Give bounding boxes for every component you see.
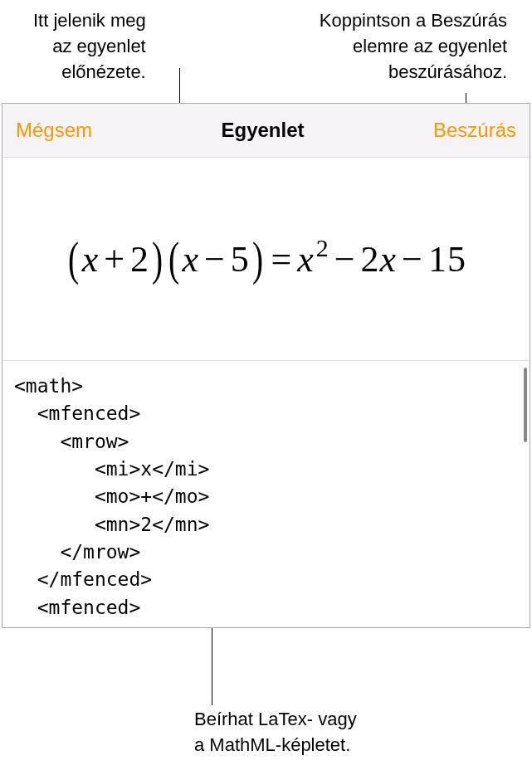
callout-code: Beírhat LaTex- vagy a MathML-képletet. xyxy=(194,707,357,758)
equation-preview: (x+2)(x−5)=x2−2x−15 xyxy=(2,157,530,361)
eq-num: 15 xyxy=(428,239,466,280)
insert-button[interactable]: Beszúrás xyxy=(433,119,516,142)
eq-num: 2 xyxy=(361,239,380,280)
eq-minus: − xyxy=(402,239,423,280)
equation-rendered: (x+2)(x−5)=x2−2x−15 xyxy=(66,239,466,280)
callout-preview: Itt jelenik meg az egyenlet előnézete. xyxy=(33,8,146,85)
eq-right-paren: ) xyxy=(152,232,164,285)
eq-right-paren: ) xyxy=(252,232,264,285)
eq-var: x xyxy=(380,239,398,280)
callout-insert: Koppintson a Beszúrás elemre az egyenlet… xyxy=(320,8,507,85)
eq-plus: + xyxy=(104,239,125,280)
eq-var: x xyxy=(182,239,199,280)
eq-equals: = xyxy=(271,239,292,280)
eq-var: x xyxy=(297,239,315,280)
eq-left-paren: ( xyxy=(168,232,180,285)
equation-dialog: Mégsem Egyenlet Beszúrás (x+2)(x−5)=x2−2… xyxy=(2,103,530,628)
code-text: <math> <mfenced> <mrow> <mi>x</mi> <mo>+… xyxy=(14,375,209,627)
cancel-button[interactable]: Mégsem xyxy=(16,119,92,142)
eq-var: x xyxy=(82,239,100,280)
eq-minus: − xyxy=(204,239,226,280)
dialog-header: Mégsem Egyenlet Beszúrás xyxy=(2,104,530,157)
eq-superscript: 2 xyxy=(316,234,329,261)
eq-left-paren: ( xyxy=(68,232,80,285)
dialog-title: Egyenlet xyxy=(221,119,304,142)
code-input[interactable]: <math> <mfenced> <mrow> <mi>x</mi> <mo>+… xyxy=(2,361,530,627)
eq-num: 5 xyxy=(231,239,250,280)
scrollbar[interactable] xyxy=(524,368,527,442)
eq-minus: − xyxy=(334,239,356,280)
eq-num: 2 xyxy=(130,239,149,280)
